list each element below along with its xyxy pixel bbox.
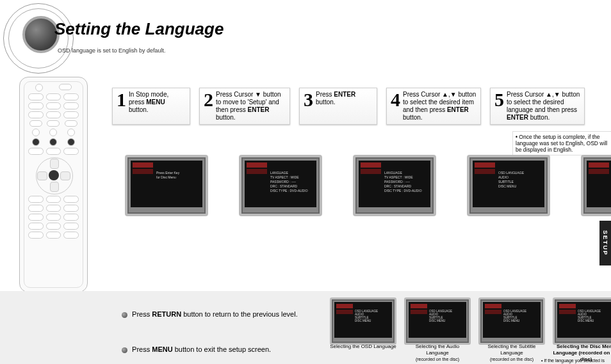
bullet-icon	[122, 347, 127, 353]
step-text: Press Cursor ▼ button to move to 'Setup'…	[216, 91, 286, 122]
step-5: 5 Press Cursor ▲,▼ button to select the …	[490, 88, 585, 125]
tv-screen-3: LANGUAGE TV ASPECT : WIDE PASSWORD : ── …	[353, 155, 436, 216]
lower-section: Press RETURN button to return to the pre…	[0, 291, 611, 364]
tv-menu: Press Enter Key for Disc Menu	[156, 170, 200, 180]
tv-screen-1: Press Enter Key for Disc Menu	[125, 155, 208, 216]
caption-3: Selecting the Subtitle Language (recorde…	[478, 344, 545, 363]
tv-small-3: OSD LANGUAGEAUDIOSUBTITLEDISC MENU	[478, 297, 545, 345]
step-number: 4	[391, 91, 400, 109]
step5-note: • Once the setup is complete, if the lan…	[512, 131, 611, 155]
step-text: In Stop mode, press MENU button.	[129, 91, 186, 114]
step-3: 3 Press ENTER button.	[299, 88, 377, 125]
tv-screen-5: OSD LANGUAGE ENGLISH DEUTSCH FRANÇAIS IT…	[581, 155, 611, 216]
step-number: 5	[494, 91, 504, 109]
tv-menu: LANGUAGE TV ASPECT : WIDE PASSWORD : ── …	[270, 170, 314, 193]
tv-screen-4: OSD LANGUAGE AUDIO SUBTITLE DISC MENU	[467, 155, 550, 216]
page-subtitle: OSD language is set to English by defaul…	[58, 47, 166, 54]
step-text: Press Cursor ▲,▼ button to select the de…	[507, 91, 580, 122]
step-1: 1 In Stop mode, press MENU button.	[112, 88, 190, 125]
bullet-icon	[122, 312, 127, 318]
caption-1: Selecting the OSD Language	[330, 344, 396, 363]
step-number: 1	[117, 91, 126, 109]
lower-note: • If the language you selected is	[541, 358, 605, 363]
tv-small-4: OSD LANGUAGEAUDIOSUBTITLEDISC MENU	[553, 297, 611, 345]
tv-menu: LANGUAGE TV ASPECT : WIDE PASSWORD : ── …	[384, 170, 428, 193]
tv-small-1: OSD LANGUAGEAUDIOSUBTITLEDISC MENU	[330, 297, 396, 345]
step-number: 2	[204, 91, 213, 109]
tv-small-2: OSD LANGUAGEAUDIOSUBTITLEDISC MENU	[404, 297, 471, 345]
menu-hint-text: Press MENU button to exit the setup scre…	[132, 345, 271, 353]
tv-menu: OSD LANGUAGE AUDIO SUBTITLE DISC MENU	[498, 170, 542, 189]
menu-hint: Press MENU button to exit the setup scre…	[122, 345, 271, 353]
setup-tab: SETUP	[599, 221, 611, 265]
steps-row: 1 In Stop mode, press MENU button. 2 Pre…	[112, 88, 585, 125]
step-2: 2 Press Cursor ▼ button to move to 'Setu…	[199, 88, 290, 125]
return-hint-text: Press RETURN button to return to the pre…	[132, 310, 298, 318]
tv-screen-2: LANGUAGE TV ASPECT : WIDE PASSWORD : ── …	[239, 155, 322, 216]
step-text: Press ENTER button.	[316, 91, 373, 106]
step5-note-text: Once the setup is complete, if the langu…	[516, 134, 607, 153]
tv-screenshots: Press Enter Key for Disc Menu LANGUAGE T…	[125, 155, 611, 216]
remote-illustration	[19, 77, 88, 292]
lower-tv-row: OSD LANGUAGEAUDIOSUBTITLEDISC MENU OSD L…	[330, 297, 611, 345]
caption-2: Selecting the Audio Language (recorded o…	[404, 344, 471, 363]
return-hint: Press RETURN button to return to the pre…	[122, 310, 298, 318]
step-4: 4 Press Cursor ▲,▼ button to select the …	[386, 88, 481, 125]
step-text: Press Cursor ▲,▼ button to select the de…	[403, 91, 477, 122]
page-title: Setting the Language	[54, 19, 224, 39]
step-number: 3	[304, 91, 313, 109]
